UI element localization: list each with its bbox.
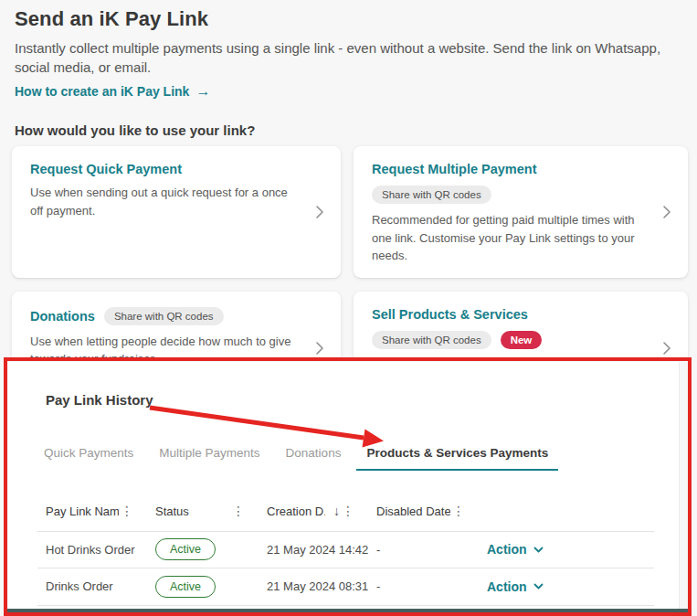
- chevron-right-icon: [660, 206, 673, 218]
- page-subtitle: Instantly collect multiple payments usin…: [15, 38, 684, 77]
- status-badge: Active: [155, 538, 216, 560]
- usage-question: How would you like to use your link?: [15, 122, 255, 138]
- how-to-create-link-label: How to create an iK Pay Link: [15, 84, 189, 99]
- table-divider: [37, 605, 654, 606]
- sort-descending-icon[interactable]: ↓: [333, 504, 340, 518]
- card-description: Use when sending out a quick request for…: [30, 184, 297, 219]
- status-badge: Active: [155, 576, 216, 598]
- card-description: Recommended for getting paid multiple ti…: [372, 211, 644, 265]
- cell-status: Active: [155, 576, 267, 598]
- column-header-pay-link-name: Pay Link Name ⋮: [37, 503, 155, 519]
- cell-pay-link-name: Drinks Order: [37, 579, 155, 593]
- chevron-down-icon: [533, 547, 544, 553]
- cell-creation-date: 21 May 2024 08:31: [267, 579, 376, 593]
- cell-disabled-date: -: [376, 543, 487, 557]
- annotation-highlight-box: Pay Link History Quick Payments Multiple…: [4, 357, 692, 616]
- cell-action: Action: [487, 579, 654, 594]
- column-header-status: Status ⋮: [155, 503, 267, 519]
- action-dropdown[interactable]: Action: [487, 579, 544, 594]
- new-badge: New: [501, 331, 543, 349]
- cell-creation-date: 21 May 2024 14:42: [267, 543, 376, 557]
- column-menu-icon[interactable]: ⋮: [450, 503, 467, 519]
- how-to-create-link[interactable]: How to create an iK Pay Link →: [15, 83, 210, 100]
- bottom-dark-edge: [7, 609, 688, 612]
- card-request-quick-payment[interactable]: Request Quick Payment Use when sending o…: [12, 146, 341, 278]
- card-title: Sell Products & Services: [372, 307, 528, 322]
- card-request-multiple-payment[interactable]: Request Multiple Payment Share with QR c…: [354, 146, 688, 278]
- qr-codes-badge: Share with QR codes: [372, 186, 491, 204]
- pay-link-history-card: Pay Link History Quick Payments Multiple…: [8, 362, 680, 611]
- column-menu-icon[interactable]: ⋮: [119, 503, 135, 519]
- card-title: Request Multiple Payment: [372, 162, 536, 176]
- card-title: Donations: [30, 309, 95, 324]
- cell-status: Active: [155, 538, 267, 560]
- column-menu-icon[interactable]: ⋮: [340, 503, 356, 519]
- chevron-right-icon: [313, 342, 326, 355]
- qr-codes-badge: Share with QR codes: [372, 331, 491, 349]
- column-menu-icon[interactable]: ⋮: [230, 503, 247, 519]
- send-pay-link-page: Send an iK Pay Link Instantly collect mu…: [0, 0, 697, 616]
- table-header-row: Pay Link Name ⋮ Status ⋮ Creation D... ↓…: [37, 494, 654, 528]
- column-header-disabled-date: Disabled Date ⋮: [376, 503, 487, 519]
- table-row: Hot Drinks Order Active 21 May 2024 14:4…: [37, 531, 654, 568]
- card-title: Request Quick Payment: [30, 162, 182, 176]
- action-dropdown[interactable]: Action: [487, 542, 544, 557]
- cell-action: Action: [487, 542, 654, 557]
- table-row: Drinks Order Active 21 May 2024 08:31 - …: [37, 568, 654, 605]
- pay-link-table: Pay Link Name ⋮ Status ⋮ Creation D... ↓…: [37, 362, 654, 611]
- chevron-right-icon: [313, 206, 326, 218]
- arrow-right-icon: →: [195, 83, 210, 100]
- cell-pay-link-name: Hot Drinks Order: [37, 543, 155, 557]
- chevron-down-icon: [533, 583, 544, 589]
- qr-codes-badge: Share with QR codes: [104, 307, 224, 325]
- cell-disabled-date: -: [376, 579, 487, 593]
- chevron-right-icon: [660, 342, 673, 355]
- column-header-creation-date: Creation D... ↓ ⋮: [267, 503, 376, 519]
- page-title: Send an iK Pay Link: [15, 7, 208, 31]
